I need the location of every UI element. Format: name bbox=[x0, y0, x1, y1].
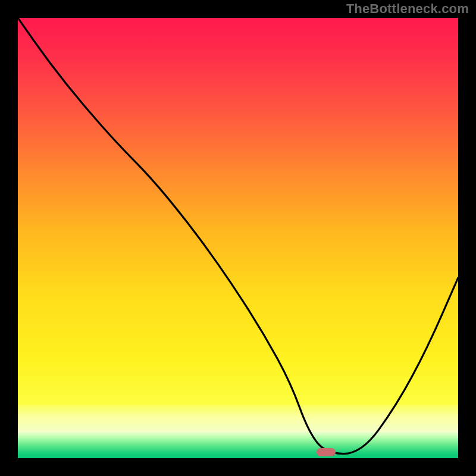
chart-frame: TheBottleneck.com bbox=[0, 0, 476, 476]
plot-area bbox=[18, 18, 458, 458]
gradient-green-stripes bbox=[18, 432, 458, 458]
watermark-text: TheBottleneck.com bbox=[346, 1, 469, 17]
optimal-marker bbox=[317, 448, 336, 456]
gradient-pale-yellow bbox=[18, 405, 458, 432]
gradient-red-yellow bbox=[18, 18, 458, 408]
